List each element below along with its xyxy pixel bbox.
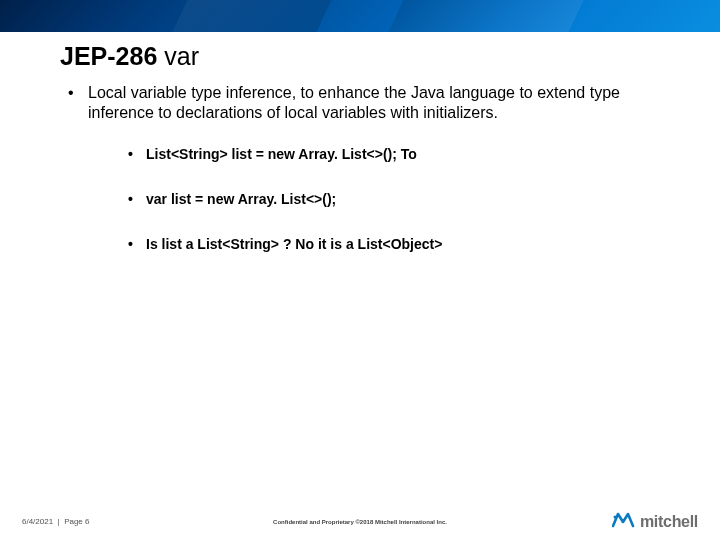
content-area: Local variable type inference, to enhanc… bbox=[0, 81, 720, 254]
footer-left: 6/4/2021 | Page 6 bbox=[0, 517, 89, 526]
title-rest: var bbox=[157, 42, 199, 70]
footer-confidential: Confidential and Proprietary ©2018 Mitch… bbox=[273, 519, 447, 525]
bullet-list: Local variable type inference, to enhanc… bbox=[60, 83, 660, 254]
logo: mitchell bbox=[612, 512, 698, 532]
footer-sep: | bbox=[55, 517, 64, 526]
footer-page: Page 6 bbox=[64, 517, 89, 526]
header-bar bbox=[0, 0, 720, 32]
sub-bullet-1: var list = new Array. List<>(); bbox=[124, 190, 660, 209]
logo-text: mitchell bbox=[640, 513, 698, 531]
svg-point-0 bbox=[613, 515, 616, 518]
bullet-main-text: Local variable type inference, to enhanc… bbox=[88, 84, 620, 121]
bullet-main: Local variable type inference, to enhanc… bbox=[60, 83, 660, 254]
logo-mark-icon bbox=[612, 512, 636, 532]
footer: 6/4/2021 | Page 6 Confidential and Propr… bbox=[0, 517, 720, 526]
footer-date: 6/4/2021 bbox=[22, 517, 53, 526]
sub-bullet-0: List<String> list = new Array. List<>();… bbox=[124, 145, 660, 164]
title-bold: JEP-286 bbox=[60, 42, 157, 70]
slide-title: JEP-286 var bbox=[0, 32, 720, 81]
sub-bullet-2: Is list a List<String> ? No it is a List… bbox=[124, 235, 660, 254]
footer-logo-area: mitchell bbox=[612, 512, 698, 532]
sub-bullet-list: List<String> list = new Array. List<>();… bbox=[88, 145, 660, 254]
